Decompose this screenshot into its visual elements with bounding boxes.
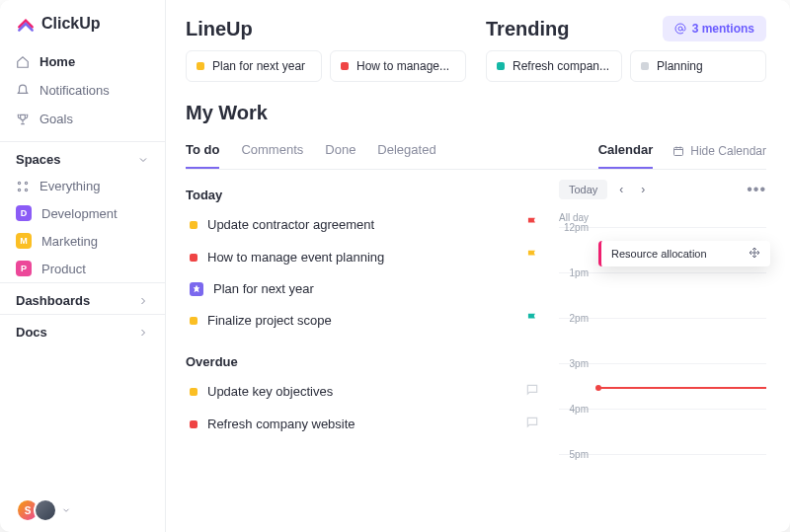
prev-button[interactable]: ‹ [613, 181, 629, 198]
mywork-title: My Work [186, 102, 766, 124]
chat-icon[interactable] [525, 416, 539, 432]
space-label: Product [41, 262, 86, 276]
lineup-card[interactable]: Plan for next year [186, 50, 322, 82]
hide-calendar-button[interactable]: Hide Calendar [672, 144, 766, 158]
flag-icon[interactable] [525, 216, 539, 233]
docs-header[interactable]: Docs [0, 314, 165, 345]
tab-delegated[interactable]: Delegated [377, 132, 435, 169]
current-time-indicator [598, 387, 766, 389]
trending-section: 3 mentions Trending Refresh compan... Pl… [486, 18, 766, 82]
sidebar-everything[interactable]: Everything [0, 173, 165, 199]
task-row[interactable]: How to manage event planning [186, 241, 543, 273]
home-icon [16, 55, 30, 69]
trophy-icon [16, 113, 30, 126]
more-button[interactable]: ••• [747, 181, 766, 198]
flag-icon[interactable] [525, 312, 539, 329]
calendar-icon [672, 145, 684, 157]
allday-label: All day [559, 212, 594, 223]
user-avatars[interactable]: S [0, 498, 165, 522]
time-label: 1pm [559, 267, 594, 278]
svg-point-3 [25, 189, 27, 190]
task-label: Update contractor agreement [207, 217, 374, 232]
nav-notifications-label: Notifications [40, 83, 110, 98]
trending-card[interactable]: Planning [630, 50, 766, 82]
status-dot [190, 317, 198, 325]
flag-icon[interactable] [525, 249, 539, 266]
dashboards-header[interactable]: Dashboards [0, 282, 165, 314]
grid-icon [16, 180, 30, 193]
next-button[interactable]: › [635, 181, 651, 198]
svg-point-4 [678, 27, 682, 31]
card-label: Planning [657, 59, 703, 73]
logo[interactable]: ClickUp [0, 14, 165, 47]
sidebar-everything-label: Everything [40, 179, 100, 193]
at-icon [674, 23, 686, 35]
chevron-down-icon [61, 505, 71, 515]
card-label: How to manage... [356, 59, 449, 73]
group-today: Today [186, 188, 543, 202]
status-dot [497, 62, 505, 70]
task-label: Update key objectives [207, 384, 333, 399]
nav-home[interactable]: Home [0, 47, 165, 76]
tab-todo[interactable]: To do [186, 132, 219, 169]
task-label: How to manage event planning [207, 250, 384, 265]
status-dot [190, 388, 198, 396]
mentions-pill[interactable]: 3 mentions [663, 16, 766, 41]
space-label: Marketing [41, 234, 98, 249]
task-label: Plan for next year [213, 281, 314, 296]
trending-card[interactable]: Refresh compan... [486, 50, 622, 82]
lineup-section: LineUp Plan for next year How to manage.… [186, 18, 466, 82]
nav-goals-label: Goals [40, 112, 73, 126]
docs-label: Docs [16, 325, 47, 340]
chat-icon[interactable] [525, 383, 539, 400]
task-row[interactable]: Update contractor agreement [186, 208, 543, 241]
time-label: 5pm [559, 449, 594, 460]
card-label: Plan for next year [212, 59, 305, 73]
space-badge-p: P [16, 261, 32, 276]
hide-calendar-label: Hide Calendar [690, 144, 766, 158]
dashboards-label: Dashboards [16, 293, 90, 308]
svg-rect-5 [674, 147, 683, 155]
status-dot [190, 420, 198, 428]
svg-point-0 [18, 182, 20, 184]
task-row[interactable]: Plan for next year [186, 273, 543, 304]
lineup-card[interactable]: How to manage... [330, 50, 466, 82]
task-row[interactable]: Refresh company website [186, 408, 543, 440]
mentions-label: 3 mentions [692, 22, 754, 36]
space-product[interactable]: P Product [0, 255, 165, 282]
task-row[interactable]: Update key objectives [186, 375, 543, 408]
calendar-pane: Today ‹ › ••• All day Resource allocatio… [559, 180, 766, 499]
space-marketing[interactable]: M Marketing [0, 227, 165, 255]
status-dot [341, 62, 349, 70]
space-development[interactable]: D Development [0, 199, 165, 227]
nav-home-label: Home [40, 54, 75, 69]
status-dot [190, 254, 198, 262]
clickup-logo-icon [16, 14, 36, 34]
tab-calendar[interactable]: Calendar [598, 132, 654, 169]
bell-icon [16, 84, 30, 98]
time-label: 12pm [559, 222, 594, 233]
pin-icon [190, 282, 203, 296]
status-dot [197, 62, 204, 70]
space-badge-m: M [16, 233, 32, 249]
svg-point-2 [18, 189, 20, 190]
status-dot [190, 221, 198, 229]
move-icon[interactable] [749, 247, 760, 261]
time-label: 2pm [559, 313, 594, 324]
calendar-event[interactable]: Resource allocation [598, 241, 770, 266]
nav-goals[interactable]: Goals [0, 105, 165, 133]
space-badge-d: D [16, 205, 32, 221]
card-label: Refresh compan... [513, 59, 609, 73]
tab-comments[interactable]: Comments [241, 132, 303, 169]
time-label: 4pm [559, 404, 594, 415]
tab-done[interactable]: Done [325, 132, 356, 169]
calendar-grid[interactable]: Resource allocation 12pm 1pm 2pm 3pm 4pm… [559, 227, 766, 499]
task-label: Refresh company website [207, 417, 356, 431]
today-button[interactable]: Today [559, 180, 607, 199]
spaces-header[interactable]: Spaces [0, 141, 165, 173]
nav-notifications[interactable]: Notifications [0, 76, 165, 105]
main-content: LineUp Plan for next year How to manage.… [166, 0, 790, 532]
task-row[interactable]: Finalize project scope [186, 304, 543, 337]
sidebar: ClickUp Home Notifications Goals Spaces … [0, 0, 166, 532]
chevron-down-icon [137, 154, 149, 166]
